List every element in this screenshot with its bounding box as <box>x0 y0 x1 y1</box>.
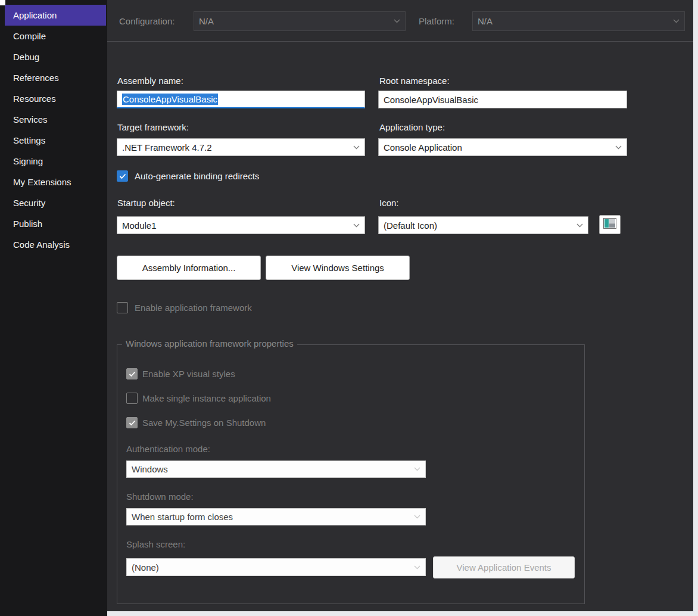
enable-xp-visual-styles-label: Enable XP visual styles <box>142 369 235 379</box>
application-type-dropdown[interactable]: Console Application <box>378 138 627 156</box>
platform-label: Platform: <box>419 16 454 26</box>
authentication-mode-value: Windows <box>132 464 168 474</box>
auto-generate-binding-redirects-checkbox[interactable] <box>117 170 128 182</box>
assembly-name-label: Assembly name: <box>117 76 183 86</box>
authentication-mode-dropdown[interactable]: Windows <box>126 461 426 478</box>
icon-picker-button[interactable] <box>599 215 621 234</box>
make-single-instance-checkbox[interactable] <box>126 393 138 404</box>
image-icon <box>603 218 616 231</box>
chevron-down-icon <box>414 467 420 471</box>
sidebar-item-resources[interactable]: Resources <box>5 88 106 109</box>
icon-value: (Default Icon) <box>384 220 437 231</box>
shutdown-mode-value: When startup form closes <box>132 512 233 522</box>
sidebar-item-services[interactable]: Services <box>5 109 106 130</box>
view-windows-settings-button[interactable]: View Windows Settings <box>266 256 410 280</box>
splash-screen-dropdown[interactable]: (None) <box>126 558 426 576</box>
chevron-down-icon <box>353 223 360 228</box>
make-single-instance-label: Make single instance application <box>142 393 271 403</box>
sidebar-item-application[interactable]: Application <box>5 5 106 26</box>
check-icon <box>119 171 126 182</box>
group-title: Windows application framework properties <box>122 338 297 349</box>
platform-dropdown[interactable]: N/A <box>472 11 685 31</box>
sidebar-item-signing[interactable]: Signing <box>5 151 106 172</box>
sidebar-item-debug[interactable]: Debug <box>5 46 106 67</box>
startup-object-dropdown[interactable]: Module1 <box>117 216 365 234</box>
sidebar-item-security[interactable]: Security <box>5 192 106 213</box>
chevron-down-icon <box>673 19 680 23</box>
sidebar-item-publish[interactable]: Publish <box>5 213 106 234</box>
chevron-down-icon <box>414 515 420 519</box>
application-type-label: Application type: <box>379 122 445 132</box>
target-framework-label: Target framework: <box>117 122 189 132</box>
shutdown-mode-label: Shutdown mode: <box>126 491 194 502</box>
sidebar-item-my-extensions[interactable]: My Extensions <box>5 172 106 192</box>
vertical-scrollbar[interactable] <box>693 0 698 616</box>
startup-object-label: Startup object: <box>117 198 175 208</box>
check-icon <box>129 418 136 428</box>
chevron-down-icon <box>353 145 360 150</box>
project-properties-page: Application Compile Debug References Res… <box>0 0 698 616</box>
enable-application-framework-checkbox[interactable] <box>117 302 128 313</box>
authentication-mode-label: Authentication mode: <box>126 444 210 454</box>
application-type-value: Console Application <box>384 142 462 153</box>
enable-application-framework-label: Enable application framework <box>135 303 252 313</box>
chevron-down-icon <box>414 565 420 570</box>
icon-label: Icon: <box>379 198 399 208</box>
root-namespace-input[interactable] <box>378 91 627 108</box>
shutdown-mode-dropdown[interactable]: When startup form closes <box>126 508 426 525</box>
configuration-label: Configuration: <box>119 16 174 26</box>
configuration-value: N/A <box>199 16 214 26</box>
target-framework-value: .NET Framework 4.7.2 <box>122 142 212 153</box>
assembly-information-button[interactable]: Assembly Information... <box>117 256 261 280</box>
sidebar: Application Compile Debug References Res… <box>0 0 107 616</box>
enable-xp-visual-styles-checkbox[interactable] <box>126 368 138 379</box>
check-icon <box>129 369 136 379</box>
icon-dropdown[interactable]: (Default Icon) <box>378 216 588 234</box>
sidebar-item-settings[interactable]: Settings <box>5 130 106 151</box>
window-corner <box>0 0 5 5</box>
sidebar-item-compile[interactable]: Compile <box>5 26 106 46</box>
platform-value: N/A <box>478 16 493 26</box>
splash-screen-label: Splash screen: <box>126 539 185 549</box>
header-divider <box>107 41 693 42</box>
save-my-settings-label: Save My.Settings on Shutdown <box>142 418 266 428</box>
sidebar-item-code-analysis[interactable]: Code Analysis <box>5 234 106 255</box>
root-namespace-label: Root namespace: <box>379 76 450 86</box>
assembly-name-input[interactable]: ConsoleAppVisualBasic <box>117 91 365 108</box>
chevron-down-icon <box>394 19 400 23</box>
chevron-down-icon <box>577 223 583 228</box>
sidebar-items: Application Compile Debug References Res… <box>0 5 107 255</box>
target-framework-dropdown[interactable]: .NET Framework 4.7.2 <box>117 138 365 156</box>
selected-text: ConsoleAppVisualBasic <box>122 94 218 105</box>
sidebar-item-references[interactable]: References <box>5 67 106 88</box>
view-application-events-button[interactable]: View Application Events <box>433 556 575 578</box>
horizontal-scrollbar[interactable] <box>107 611 698 616</box>
chevron-down-icon <box>615 145 622 150</box>
auto-generate-binding-redirects-label: Auto-generate binding redirects <box>135 171 259 181</box>
startup-object-value: Module1 <box>122 220 157 231</box>
splash-screen-value: (None) <box>132 562 159 573</box>
configuration-dropdown[interactable]: N/A <box>194 11 406 31</box>
save-my-settings-checkbox[interactable] <box>126 417 138 428</box>
